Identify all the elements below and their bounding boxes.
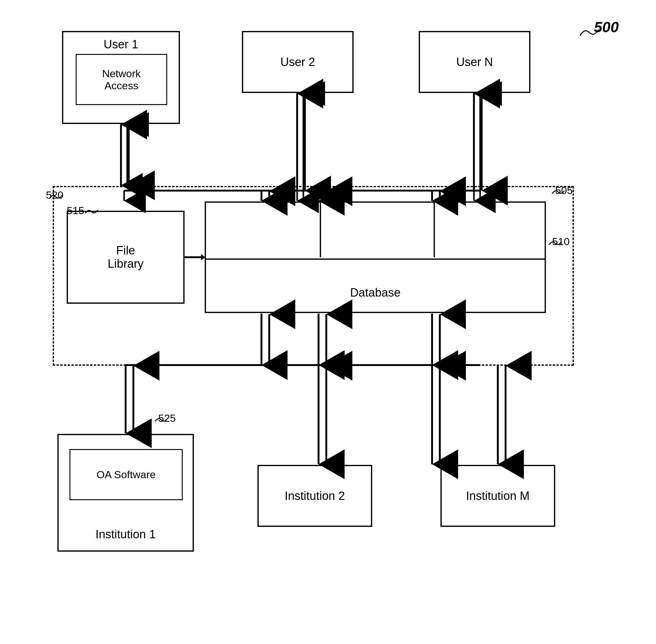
user1-label: User 1	[63, 38, 179, 51]
file-library-box: FileLibrary	[67, 211, 184, 304]
squiggle-510	[547, 239, 563, 248]
institution1-box: OA Software Institution 1	[58, 434, 194, 552]
squiggle-505	[550, 187, 566, 197]
user1-box: User 1 NetworkAccess	[62, 31, 180, 124]
oa-software-box: OA Software	[69, 449, 183, 500]
oa-software-label: OA Software	[96, 468, 156, 481]
userN-box: User N	[419, 31, 530, 93]
squiggle-500	[577, 26, 602, 39]
user2-label: User 2	[280, 55, 315, 69]
userN-label: User N	[456, 55, 493, 69]
squiggle-515	[84, 207, 99, 216]
institution2-label: Institution 2	[285, 489, 345, 503]
institution2-box: Institution 2	[258, 465, 372, 527]
ref-515: 515	[67, 205, 84, 216]
database-box: Database	[205, 202, 546, 313]
database-label: Database	[206, 286, 545, 299]
institutionM-box: Institution M	[440, 465, 555, 527]
file-library-label: FileLibrary	[108, 244, 144, 271]
network-access-box: NetworkAccess	[76, 54, 167, 105]
institutionM-label: Institution M	[466, 489, 530, 503]
network-access-label: NetworkAccess	[102, 68, 141, 92]
squiggle-525	[154, 415, 169, 424]
squiggle-520	[48, 192, 64, 202]
user2-box: User 2	[242, 31, 354, 93]
diagram: 500 User 1 NetworkAccess User 2 User N 5…	[0, 0, 656, 644]
institution1-label: Institution 1	[59, 528, 193, 541]
